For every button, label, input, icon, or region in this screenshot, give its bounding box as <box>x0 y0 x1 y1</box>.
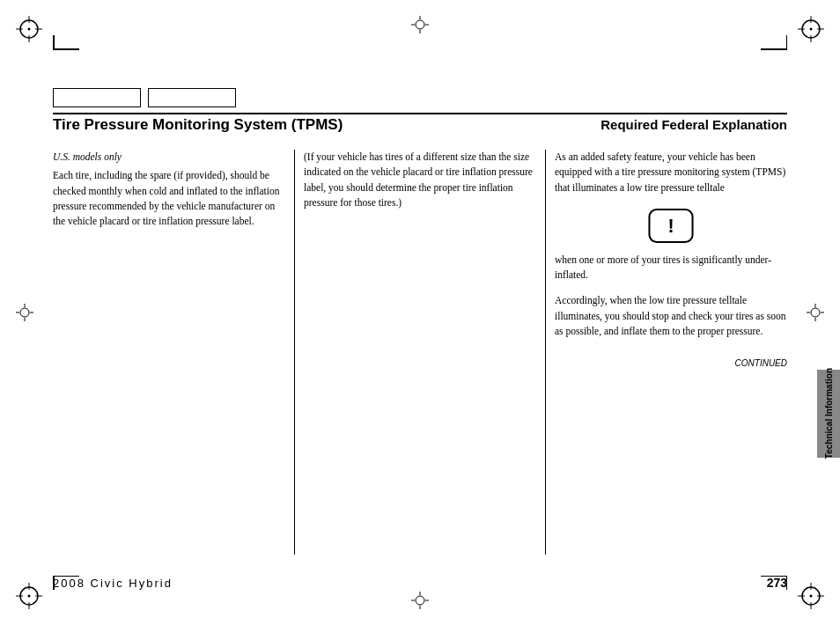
svg-point-34 <box>20 308 29 317</box>
svg-point-13 <box>28 595 31 598</box>
corner-line-tr-v <box>786 35 788 49</box>
reg-mark-top-left <box>16 16 42 42</box>
reg-mark-bottom-left <box>16 583 42 609</box>
col1-text: Each tire, including the spare (if provi… <box>53 168 285 229</box>
svg-point-1 <box>28 28 31 31</box>
header-titles: Tire Pressure Monitoring System (TPMS) R… <box>53 114 787 134</box>
footer-page-number: 273 <box>767 576 787 590</box>
side-tab: Technical Information <box>817 370 840 458</box>
crosshair-right-center <box>807 304 824 321</box>
title-boxes <box>53 88 236 107</box>
main-title: Tire Pressure Monitoring System (TPMS) <box>53 116 343 134</box>
column-3: As an added safety feature, your vehicle… <box>546 150 787 555</box>
side-tab-label: Technical Information <box>824 368 834 459</box>
column-2: (If your vehicle has tires of a differen… <box>295 150 546 555</box>
col3-text-bottom: Accordingly, when the low tire pressure … <box>555 293 787 339</box>
column-1: U.S. models only Each tire, including th… <box>53 150 295 555</box>
continued-text: CONTINUED <box>555 357 787 370</box>
reg-mark-top-right <box>798 16 824 42</box>
corner-line-tl-v <box>53 35 55 49</box>
svg-point-39 <box>811 308 820 317</box>
col3-text-after-icon: when one or more of your tires is signif… <box>555 253 787 283</box>
corner-line-tl-h <box>53 48 79 50</box>
page: Tire Pressure Monitoring System (TPMS) R… <box>0 0 840 625</box>
corner-line-tr-h <box>761 48 787 50</box>
svg-point-24 <box>416 20 424 29</box>
footer-model: 2008 Civic Hybrid <box>53 577 173 590</box>
col3-text-before-icon: As an added safety feature, your vehicle… <box>555 150 787 195</box>
reg-mark-bottom-right <box>798 583 824 609</box>
col1-italic: U.S. models only <box>53 150 285 165</box>
svg-point-19 <box>810 595 813 598</box>
crosshair-top-center <box>411 16 429 33</box>
header-top <box>53 88 787 109</box>
svg-point-7 <box>810 28 813 31</box>
crosshair-left-center <box>16 304 33 321</box>
crosshair-bottom-center <box>411 592 429 609</box>
title-box-1 <box>53 88 141 107</box>
title-box-2 <box>148 88 236 107</box>
content-area: U.S. models only Each tire, including th… <box>53 150 787 555</box>
col2-text: (If your vehicle has tires of a differen… <box>304 150 536 210</box>
footer: 2008 Civic Hybrid 273 <box>53 576 787 590</box>
header-area: Tire Pressure Monitoring System (TPMS) R… <box>53 88 787 134</box>
svg-point-29 <box>416 596 424 605</box>
sub-title: Required Federal Explanation <box>601 117 787 132</box>
tpms-icon: ! <box>555 206 787 246</box>
svg-text:!: ! <box>667 216 674 237</box>
tpms-warning-icon: ! <box>645 206 697 246</box>
